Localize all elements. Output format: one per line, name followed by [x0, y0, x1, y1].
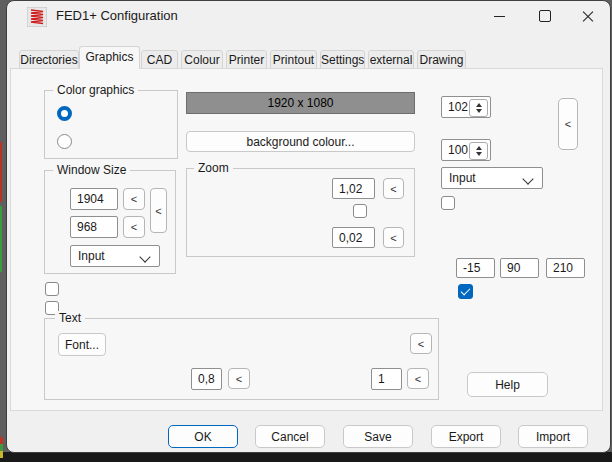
y-degrees-field[interactable]: 90 — [500, 258, 539, 278]
chevron-down-icon — [139, 251, 150, 262]
spin-down-icon[interactable] — [476, 152, 482, 156]
zoom-group-label: Zoom — [194, 161, 233, 175]
close-icon — [581, 9, 595, 23]
text-height-factor-revert-button[interactable]: < — [407, 368, 429, 389]
tab-directories[interactable]: Directories — [19, 50, 79, 69]
tab-printer[interactable]: Printer — [226, 50, 267, 69]
spinner-arrows[interactable] — [469, 142, 488, 160]
background-window-fragment — [0, 437, 3, 444]
dialog-element-size-value: 100 — [448, 143, 468, 157]
pan-faktor-revert-button[interactable]: < — [383, 227, 404, 248]
pan-faktor-field[interactable]: 0,02 — [332, 227, 375, 248]
export-button[interactable]: Export — [431, 425, 501, 448]
tab-colour[interactable]: Colour — [181, 50, 223, 69]
zoom-group — [186, 168, 415, 257]
help-button[interactable]: Help — [467, 372, 548, 397]
cancel-button[interactable]: Cancel — [255, 425, 325, 448]
border-line-checkbox[interactable] — [45, 282, 59, 296]
ok-button[interactable]: OK — [168, 425, 238, 448]
input-mode-dropdown[interactable]: Input — [441, 167, 543, 189]
dialog-window-size-spinner[interactable]: 102 — [441, 96, 491, 118]
sizeable-checkbox[interactable] — [441, 196, 455, 210]
font-revert-button[interactable]: < — [410, 333, 432, 354]
x-degrees-field[interactable]: -15 — [456, 258, 495, 278]
zoom-mouse-wheel-checkbox[interactable] — [353, 204, 367, 218]
spring-app-icon — [27, 7, 47, 27]
tab-external[interactable]: external — [368, 50, 414, 69]
input-mode-value: Input — [449, 171, 476, 185]
tab-cad[interactable]: CAD — [141, 50, 178, 69]
color-graphics-group-label: Color graphics — [53, 83, 138, 97]
background-window-fragment — [0, 444, 3, 451]
tab-drawing[interactable]: Drawing — [417, 50, 466, 69]
z-degrees-field[interactable]: 210 — [546, 258, 585, 278]
background-colour-button[interactable]: background colour... — [186, 131, 415, 152]
check-icon — [461, 286, 471, 296]
zoom-increment-revert-button[interactable]: < — [383, 178, 404, 199]
minimize-icon — [494, 16, 505, 17]
minimize-button[interactable] — [477, 0, 522, 32]
spin-down-icon[interactable] — [476, 109, 482, 113]
font-button[interactable]: Font... — [58, 333, 106, 356]
maximize-button[interactable] — [522, 0, 567, 32]
window-title: FED1+ Configuration — [56, 9, 178, 23]
window-size-mode-dropdown[interactable]: Input — [70, 245, 160, 267]
textwidth-height-field[interactable]: 0,8 — [191, 368, 222, 390]
resolution-bar: 1920 x 1080 — [186, 92, 415, 114]
tab-graphics[interactable]: Graphics — [79, 46, 140, 69]
dialog-size-revert-button[interactable]: < — [558, 98, 578, 150]
spin-up-icon[interactable] — [476, 146, 482, 150]
dialog-window-size-value: 102 — [448, 100, 468, 114]
window-size-x-revert-button[interactable]: < — [123, 188, 145, 210]
text-height-factor-field[interactable]: 1 — [371, 368, 402, 390]
maximize-icon — [539, 10, 551, 22]
color-radio[interactable] — [57, 106, 72, 121]
save-button[interactable]: Save — [343, 425, 413, 448]
close-button[interactable] — [566, 0, 610, 32]
chevron-down-icon — [522, 173, 533, 184]
background-window-fragment — [0, 142, 2, 202]
window-size-mode-value: Input — [78, 249, 105, 263]
text-group-label: Text — [55, 311, 85, 325]
dialog-element-size-spinner[interactable]: 100 — [441, 139, 491, 161]
tab-settings[interactable]: Settings — [320, 50, 365, 69]
tab-printout[interactable]: Printout — [270, 50, 317, 69]
zoom-increment-field[interactable]: 1,02 — [332, 178, 375, 199]
monochrom-radio[interactable] — [57, 134, 72, 149]
background-window-fragment — [0, 206, 2, 272]
spin-up-icon[interactable] — [476, 103, 482, 107]
window-size-y-revert-button[interactable]: < — [123, 216, 145, 238]
window-size-y-field[interactable]: 968 — [70, 216, 118, 238]
import-button[interactable]: Import — [518, 425, 588, 448]
edit-3d-checkbox[interactable] — [458, 284, 473, 299]
background-window-fragment — [0, 451, 3, 458]
window-size-xy-revert-button[interactable]: < — [150, 188, 167, 233]
spinner-arrows[interactable] — [469, 99, 488, 117]
window-size-x-field[interactable]: 1904 — [70, 188, 118, 210]
textwidth-height-revert-button[interactable]: < — [228, 368, 250, 389]
desktop-background: FED1+ Configuration Directories Graphics… — [0, 0, 612, 462]
window-size-group-label: Window Size — [53, 163, 130, 177]
